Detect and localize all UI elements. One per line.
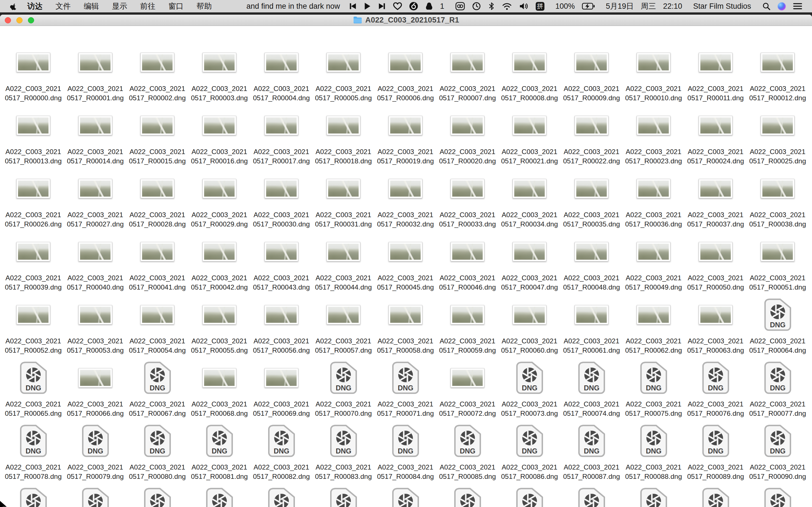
file-item[interactable]: DNG A022_C003_2021 0517_R00018.dng: [312, 104, 374, 167]
file-item[interactable]: DNG A022_C003_2021 0517_R00015.dng: [126, 104, 188, 167]
file-item[interactable]: DNG A022_C003_2021 0517_R00001.dng: [64, 41, 126, 104]
file-item[interactable]: DNG A022_C003_2021 0517_R00045.dng: [374, 230, 437, 293]
file-item[interactable]: DNG A022_C003_2021 0517_R00093.dng: [126, 482, 188, 507]
menu-view[interactable]: 显示: [105, 1, 134, 11]
file-item[interactable]: DNG A022_C003_2021 0517_R00070.dng: [312, 356, 374, 419]
file-item[interactable]: DNG A022_C003_2021 0517_R00017.dng: [250, 104, 312, 167]
menu-edit[interactable]: 编辑: [77, 1, 105, 11]
file-item[interactable]: DNG A022_C003_2021 0517_R00073.dng: [499, 356, 560, 419]
file-item[interactable]: DNG A022_C003_2021 0517_R00103.dng: [747, 482, 809, 507]
file-item[interactable]: DNG A022_C003_2021 0517_R00087.dng: [560, 419, 622, 482]
file-item[interactable]: DNG A022_C003_2021 0517_R00077.dng: [747, 356, 809, 419]
menu-finder[interactable]: 访达: [21, 1, 49, 11]
minimize-button[interactable]: [16, 17, 22, 23]
file-item[interactable]: DNG A022_C003_2021 0517_R00016.dng: [188, 104, 250, 167]
apple-menu-icon[interactable]: [10, 2, 17, 10]
file-item[interactable]: DNG A022_C003_2021 0517_R00000.dng: [2, 41, 64, 104]
file-item[interactable]: DNG A022_C003_2021 0517_R00005.dng: [312, 41, 374, 104]
file-item[interactable]: DNG A022_C003_2021 0517_R00011.dng: [684, 41, 747, 104]
play-icon[interactable]: [364, 2, 371, 10]
file-item[interactable]: DNG A022_C003_2021 0517_R00089.dng: [684, 419, 747, 482]
file-item[interactable]: DNG A022_C003_2021 0517_R00081.dng: [188, 419, 250, 482]
file-item[interactable]: DNG A022_C003_2021 0517_R00057.dng: [312, 293, 374, 356]
menu-help[interactable]: 帮助: [190, 1, 218, 11]
file-item[interactable]: DNG A022_C003_2021 0517_R00023.dng: [622, 104, 684, 167]
file-item[interactable]: DNG A022_C003_2021 0517_R00012.dng: [747, 41, 809, 104]
previous-track-icon[interactable]: [349, 2, 357, 10]
file-item[interactable]: DNG A022_C003_2021 0517_R00069.dng: [250, 356, 312, 419]
file-item[interactable]: DNG A022_C003_2021 0517_R00082.dng: [250, 419, 312, 482]
file-item[interactable]: DNG A022_C003_2021 0517_R00094.dng: [188, 482, 250, 507]
file-item[interactable]: DNG A022_C003_2021 0517_R00078.dng: [2, 419, 64, 482]
file-item[interactable]: DNG A022_C003_2021 0517_R00007.dng: [437, 41, 499, 104]
file-item[interactable]: DNG A022_C003_2021 0517_R00092.dng: [64, 482, 126, 507]
file-item[interactable]: DNG A022_C003_2021 0517_R00039.dng: [2, 230, 64, 293]
file-item[interactable]: DNG A022_C003_2021 0517_R00013.dng: [2, 104, 64, 167]
file-item[interactable]: DNG A022_C003_2021 0517_R00080.dng: [126, 419, 188, 482]
menu-window[interactable]: 窗口: [162, 1, 190, 11]
file-item[interactable]: DNG A022_C003_2021 0517_R00049.dng: [622, 230, 684, 293]
file-item[interactable]: DNG A022_C003_2021 0517_R00090.dng: [747, 419, 809, 482]
file-item[interactable]: DNG A022_C003_2021 0517_R00064.dng: [747, 293, 809, 356]
file-item[interactable]: DNG A022_C003_2021 0517_R00100.dng: [560, 482, 622, 507]
file-item[interactable]: DNG A022_C003_2021 0517_R00059.dng: [437, 293, 499, 356]
wifi-icon[interactable]: [502, 2, 512, 10]
next-track-icon[interactable]: [378, 2, 386, 10]
file-item[interactable]: DNG A022_C003_2021 0517_R00008.dng: [499, 41, 560, 104]
zoom-button[interactable]: [28, 17, 34, 23]
file-item[interactable]: DNG A022_C003_2021 0517_R00032.dng: [374, 167, 437, 230]
file-item[interactable]: DNG A022_C003_2021 0517_R00061.dng: [560, 293, 622, 356]
file-item[interactable]: DNG A022_C003_2021 0517_R00036.dng: [622, 167, 684, 230]
file-item[interactable]: DNG A022_C003_2021 0517_R00024.dng: [684, 104, 747, 167]
file-item[interactable]: DNG A022_C003_2021 0517_R00030.dng: [250, 167, 312, 230]
file-item[interactable]: DNG A022_C003_2021 0517_R00083.dng: [312, 419, 374, 482]
qq-penguin-icon[interactable]: [425, 2, 433, 11]
file-item[interactable]: DNG A022_C003_2021 0517_R00065.dng: [2, 356, 64, 419]
file-item[interactable]: DNG A022_C003_2021 0517_R00095.dng: [250, 482, 312, 507]
notification-center-icon[interactable]: [793, 3, 802, 10]
menu-go[interactable]: 前往: [134, 1, 162, 11]
menu-file[interactable]: 文件: [49, 1, 77, 11]
file-item[interactable]: DNG A022_C003_2021 0517_R00099.dng: [499, 482, 560, 507]
bluetooth-icon[interactable]: [488, 2, 495, 11]
file-item[interactable]: DNG A022_C003_2021 0517_R00002.dng: [126, 41, 188, 104]
file-item[interactable]: DNG A022_C003_2021 0517_R00035.dng: [560, 167, 622, 230]
file-item[interactable]: DNG A022_C003_2021 0517_R00085.dng: [437, 419, 499, 482]
file-item[interactable]: DNG A022_C003_2021 0517_R00063.dng: [684, 293, 747, 356]
file-item[interactable]: DNG A022_C003_2021 0517_R00042.dng: [188, 230, 250, 293]
file-item[interactable]: DNG A022_C003_2021 0517_R00037.dng: [684, 167, 747, 230]
window-title-bar[interactable]: A022_C003_20210517_R1: [0, 15, 812, 26]
file-item[interactable]: DNG A022_C003_2021 0517_R00066.dng: [64, 356, 126, 419]
file-item[interactable]: DNG A022_C003_2021 0517_R00027.dng: [64, 167, 126, 230]
netease-music-icon[interactable]: [409, 2, 418, 11]
user-session-name[interactable]: Star Film Studios: [693, 2, 751, 11]
file-item[interactable]: DNG A022_C003_2021 0517_R00006.dng: [374, 41, 437, 104]
file-item[interactable]: DNG A022_C003_2021 0517_R00076.dng: [684, 356, 747, 419]
file-item[interactable]: DNG A022_C003_2021 0517_R00075.dng: [622, 356, 684, 419]
file-item[interactable]: DNG A022_C003_2021 0517_R00044.dng: [312, 230, 374, 293]
file-item[interactable]: DNG A022_C003_2021 0517_R00102.dng: [684, 482, 747, 507]
file-item[interactable]: DNG A022_C003_2021 0517_R00058.dng: [374, 293, 437, 356]
file-item[interactable]: DNG A022_C003_2021 0517_R00031.dng: [312, 167, 374, 230]
file-item[interactable]: DNG A022_C003_2021 0517_R00028.dng: [126, 167, 188, 230]
file-item[interactable]: DNG A022_C003_2021 0517_R00040.dng: [64, 230, 126, 293]
file-item[interactable]: DNG A022_C003_2021 0517_R00025.dng: [747, 104, 809, 167]
file-item[interactable]: DNG A022_C003_2021 0517_R00033.dng: [437, 167, 499, 230]
file-item[interactable]: DNG A022_C003_2021 0517_R00084.dng: [374, 419, 437, 482]
file-item[interactable]: DNG A022_C003_2021 0517_R00060.dng: [499, 293, 560, 356]
file-item[interactable]: DNG A022_C003_2021 0517_R00004.dng: [250, 41, 312, 104]
file-item[interactable]: DNG A022_C003_2021 0517_R00071.dng: [374, 356, 437, 419]
file-item[interactable]: DNG A022_C003_2021 0517_R00098.dng: [437, 482, 499, 507]
file-item[interactable]: DNG A022_C003_2021 0517_R00022.dng: [560, 104, 622, 167]
file-item[interactable]: DNG A022_C003_2021 0517_R00050.dng: [684, 230, 747, 293]
file-item[interactable]: DNG A022_C003_2021 0517_R00046.dng: [437, 230, 499, 293]
file-item[interactable]: DNG A022_C003_2021 0517_R00043.dng: [250, 230, 312, 293]
file-item[interactable]: DNG A022_C003_2021 0517_R00101.dng: [622, 482, 684, 507]
file-item[interactable]: DNG A022_C003_2021 0517_R00019.dng: [374, 104, 437, 167]
creative-cloud-icon[interactable]: [455, 2, 465, 10]
file-item[interactable]: DNG A022_C003_2021 0517_R00041.dng: [126, 230, 188, 293]
file-item[interactable]: DNG A022_C003_2021 0517_R00055.dng: [188, 293, 250, 356]
close-button[interactable]: [5, 17, 11, 23]
file-item[interactable]: DNG A022_C003_2021 0517_R00056.dng: [250, 293, 312, 356]
input-method-icon[interactable]: 拼: [536, 2, 545, 11]
